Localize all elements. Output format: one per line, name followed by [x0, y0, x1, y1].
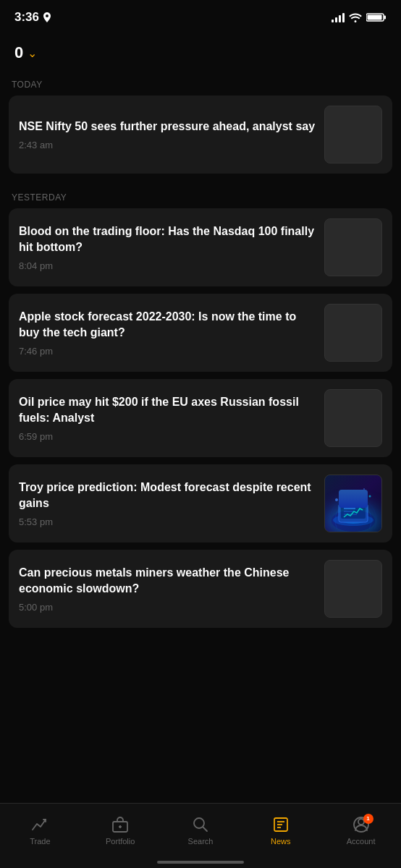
- trade-icon: [30, 815, 49, 834]
- news-card-article-5[interactable]: Troy price prediction: Modest forecast d…: [9, 464, 392, 542]
- svg-rect-5: [339, 503, 368, 522]
- news-content: NSE Nifty 50 sees further pressure ahead…: [19, 119, 316, 151]
- signal-icon: [332, 12, 345, 22]
- news-card-article-2[interactable]: Blood on the trading floor: Has the Nasd…: [9, 208, 392, 286]
- nav-label-portfolio: Portfolio: [106, 837, 135, 846]
- news-content: Oil price may hit $200 if the EU axes Ru…: [19, 394, 316, 442]
- news-image-placeholder: [324, 218, 382, 276]
- news-content: Troy price prediction: Modest forecast d…: [19, 480, 316, 527]
- header-area: 0 ⌄: [0, 32, 401, 68]
- news-card-article-3[interactable]: Apple stock forecast 2022-2030: Is now t…: [9, 294, 392, 372]
- svg-rect-1: [384, 16, 387, 20]
- status-bar: 3:36: [0, 0, 401, 32]
- portfolio-icon: [111, 815, 130, 834]
- section-yesterday-label: YESTERDAY: [0, 181, 401, 208]
- svg-point-12: [363, 488, 365, 490]
- svg-point-3: [333, 514, 373, 526]
- battery-icon: [366, 12, 387, 22]
- news-image-troy: [324, 475, 382, 532]
- nav-label-news: News: [271, 837, 291, 846]
- nav-item-account[interactable]: 1 Account: [321, 815, 401, 846]
- bottom-nav: Trade Portfolio Search: [0, 803, 401, 868]
- section-today-label: TODAY: [0, 68, 401, 95]
- news-image-placeholder: [324, 304, 382, 362]
- svg-rect-2: [368, 15, 382, 20]
- nav-item-search[interactable]: Search: [161, 815, 241, 846]
- news-time: 8:04 pm: [19, 260, 316, 271]
- news-feed: TODAY NSE Nifty 50 sees further pressure…: [0, 68, 401, 707]
- news-time: 5:53 pm: [19, 516, 316, 527]
- news-time: 6:59 pm: [19, 431, 316, 442]
- nav-item-news[interactable]: News: [240, 815, 321, 846]
- status-time: 3:36: [14, 10, 39, 25]
- svg-point-4: [340, 516, 366, 524]
- news-image-placeholder: [324, 106, 382, 163]
- news-time: 5:00 pm: [19, 602, 316, 613]
- news-content: Can precious metals miners weather the C…: [19, 565, 316, 613]
- news-image-placeholder: [324, 560, 382, 618]
- svg-point-13: [342, 492, 344, 494]
- portfolio-value: 0: [14, 43, 23, 62]
- nav-label-trade: Trade: [30, 837, 50, 846]
- news-content: Blood on the trading floor: Has the Nasd…: [19, 224, 316, 271]
- news-content: Apple stock forecast 2022-2030: Is now t…: [19, 309, 316, 357]
- search-icon: [191, 815, 210, 834]
- news-title: Can precious metals miners weather the C…: [19, 565, 316, 596]
- location-icon: [43, 12, 51, 22]
- news-card-article-4[interactable]: Oil price may hit $200 if the EU axes Ru…: [9, 379, 392, 457]
- status-icons: [332, 12, 387, 22]
- nav-item-portfolio[interactable]: Portfolio: [80, 815, 161, 846]
- news-title: Apple stock forecast 2022-2030: Is now t…: [19, 309, 316, 340]
- svg-point-10: [335, 498, 338, 501]
- account-icon: 1: [352, 815, 371, 834]
- svg-line-20: [203, 827, 207, 831]
- news-time: 2:43 am: [19, 140, 316, 150]
- news-title: Troy price prediction: Modest forecast d…: [19, 480, 316, 511]
- wifi-icon: [349, 12, 362, 22]
- svg-rect-6: [341, 506, 366, 519]
- news-card-article-1[interactable]: NSE Nifty 50 sees further pressure ahead…: [9, 95, 392, 174]
- svg-point-15: [330, 497, 376, 529]
- news-title: NSE Nifty 50 sees further pressure ahead…: [19, 119, 316, 135]
- svg-point-14: [335, 502, 371, 529]
- news-card-article-6[interactable]: Can precious metals miners weather the C…: [9, 550, 392, 628]
- home-indicator: [157, 861, 244, 864]
- news-time: 7:46 pm: [19, 346, 316, 357]
- nav-item-trade[interactable]: Trade: [0, 815, 80, 846]
- news-image-placeholder: [324, 389, 382, 447]
- dropdown-arrow-icon[interactable]: ⌄: [28, 46, 37, 60]
- news-title: Blood on the trading floor: Has the Nasd…: [19, 224, 316, 255]
- notification-badge: 1: [363, 814, 373, 824]
- news-title: Oil price may hit $200 if the EU axes Ru…: [19, 394, 316, 425]
- news-icon: [271, 815, 290, 834]
- nav-label-account: Account: [347, 837, 376, 846]
- nav-label-search: Search: [188, 837, 214, 846]
- svg-point-11: [369, 495, 371, 498]
